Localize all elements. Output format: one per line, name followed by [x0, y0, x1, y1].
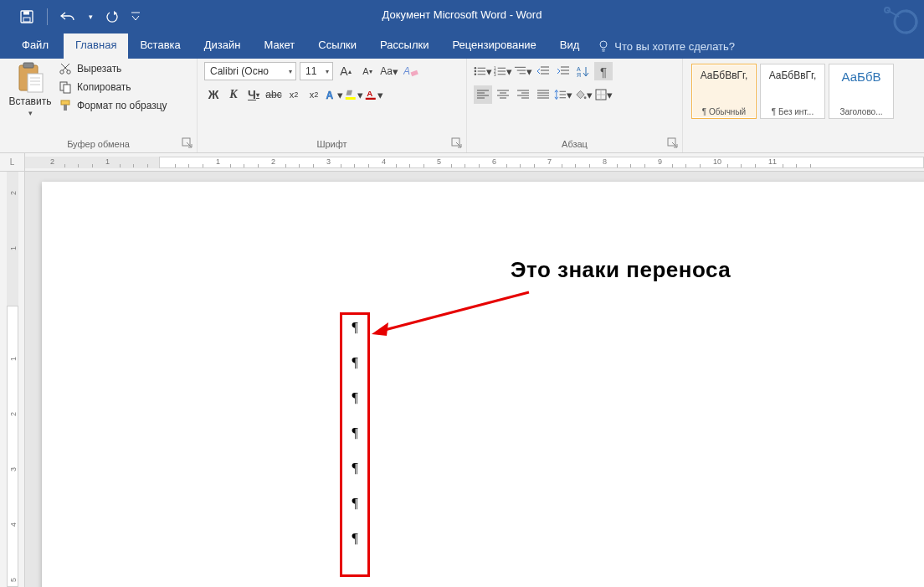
tab-design[interactable]: Дизайн: [192, 33, 253, 59]
ruler-number: 2: [271, 157, 275, 166]
strikethrough-button[interactable]: abc: [264, 85, 283, 104]
ribbon-tabs: Файл Главная Вставка Дизайн Макет Ссылки…: [0, 33, 924, 59]
brush-icon: [59, 99, 72, 112]
svg-rect-22: [61, 100, 69, 105]
tell-me[interactable]: Что вы хотите сделать?: [598, 33, 735, 59]
style-no-spacing[interactable]: АаБбВвГг, ¶ Без инт...: [760, 64, 825, 119]
line-spacing-button[interactable]: ▾: [554, 85, 572, 104]
undo-menu[interactable]: ▾: [85, 5, 96, 28]
paste-button[interactable]: Вставить ▾: [7, 62, 54, 117]
clear-formatting-button[interactable]: A: [402, 62, 420, 80]
group-label-styles: [690, 139, 917, 151]
save-button[interactable]: [15, 5, 38, 28]
ruler-number: 4: [9, 523, 18, 527]
numbering-icon: 123: [494, 65, 506, 77]
highlight-button[interactable]: ▾: [345, 85, 363, 104]
change-case-button[interactable]: Aa▾: [380, 62, 398, 80]
align-left-button[interactable]: [474, 85, 492, 104]
paste-label: Вставить: [9, 95, 52, 107]
group-label-clipboard: Буфер обмена: [7, 139, 190, 151]
tab-insert[interactable]: Вставка: [128, 33, 192, 59]
qat-customize[interactable]: [130, 5, 141, 28]
ruler-number: 1: [105, 157, 110, 166]
align-left-icon: [477, 90, 489, 100]
horizontal-ruler[interactable]: 211234567891011: [25, 153, 924, 172]
shading-button[interactable]: ▾: [574, 85, 593, 104]
decrease-indent-button[interactable]: [534, 62, 552, 80]
copy-button[interactable]: Копировать: [59, 80, 167, 94]
svg-line-18: [63, 64, 69, 70]
svg-text:A: A: [367, 89, 372, 98]
dialog-launcher-icon[interactable]: [667, 137, 679, 149]
workspace: L 211234567891011 2112345 ¶¶¶¶¶¶¶ Это зн…: [0, 153, 924, 587]
annotation-arrow-icon: [370, 289, 537, 339]
pilcrow-icon: ¶: [352, 461, 357, 476]
tab-mailings[interactable]: Рассылки: [368, 33, 440, 59]
ruler-number: 4: [382, 157, 386, 166]
font-color-button[interactable]: A▾: [365, 85, 383, 104]
style-normal[interactable]: АаБбВвГг, ¶ Обычный: [691, 64, 757, 119]
tab-file[interactable]: Файл: [7, 33, 64, 59]
font-color-icon: A: [365, 87, 377, 102]
multilevel-icon: [514, 65, 526, 77]
pilcrow-icon: ¶: [352, 355, 357, 370]
svg-rect-2: [23, 18, 30, 22]
pilcrow-icon: ¶: [352, 390, 357, 405]
scissors-icon: [59, 62, 72, 75]
ruler-number: 10: [713, 157, 721, 166]
font-name-combo[interactable]: Calibri (Осно▾: [204, 62, 296, 80]
italic-button[interactable]: К: [224, 85, 243, 104]
tab-layout[interactable]: Макет: [252, 33, 306, 59]
tab-view[interactable]: Вид: [548, 33, 592, 59]
tab-review[interactable]: Рецензирование: [440, 33, 547, 59]
sort-button[interactable]: AЯ: [574, 62, 593, 80]
dialog-launcher-icon[interactable]: [182, 137, 193, 149]
ruler-corner[interactable]: L: [0, 153, 25, 172]
undo-button[interactable]: [56, 5, 80, 28]
dialog-launcher-icon[interactable]: [451, 137, 463, 149]
increase-indent-button[interactable]: [554, 62, 572, 80]
lightbulb-icon: [598, 40, 609, 52]
justify-icon: [537, 90, 549, 100]
document-area[interactable]: ¶¶¶¶¶¶¶ Это знаки переноса: [25, 172, 924, 587]
numbering-button[interactable]: 123▾: [494, 62, 512, 80]
svg-line-19: [61, 64, 68, 70]
subscript-button[interactable]: x2: [285, 85, 303, 104]
svg-marker-80: [372, 322, 388, 336]
format-painter-button[interactable]: Формат по образцу: [59, 99, 167, 112]
pilcrow-icon: ¶: [352, 496, 357, 511]
font-size-combo[interactable]: 11▾: [300, 62, 333, 80]
ruler-number: 9: [658, 157, 662, 166]
svg-point-7: [600, 41, 607, 48]
sort-icon: AЯ: [577, 65, 590, 77]
redo-button[interactable]: [101, 5, 125, 28]
highlight-icon: [345, 87, 357, 102]
bold-button[interactable]: Ж: [204, 85, 223, 104]
tab-home[interactable]: Главная: [64, 33, 128, 59]
justify-button[interactable]: [534, 85, 552, 104]
shrink-font-button[interactable]: A▾: [358, 62, 377, 80]
group-label-font: Шрифт: [204, 139, 459, 151]
ruler-number: 5: [9, 578, 18, 582]
tab-references[interactable]: Ссылки: [306, 33, 368, 59]
styles-gallery[interactable]: АаБбВвГг, ¶ Обычный АаБбВвГг, ¶ Без инт.…: [690, 62, 917, 121]
bullets-icon: [474, 65, 486, 77]
multilevel-list-button[interactable]: ▾: [514, 62, 532, 80]
text-effects-button[interactable]: A▾: [325, 85, 343, 104]
align-right-button[interactable]: [514, 85, 532, 104]
svg-point-34: [475, 70, 476, 72]
copy-label: Копировать: [77, 81, 131, 93]
align-center-button[interactable]: [494, 85, 512, 104]
borders-icon: [595, 89, 607, 100]
show-marks-button[interactable]: ¶: [594, 62, 613, 80]
vertical-ruler[interactable]: 2112345: [0, 172, 25, 587]
bullets-button[interactable]: ▾: [474, 62, 492, 80]
ruler-number: 11: [768, 157, 777, 166]
cut-button[interactable]: Вырезать: [59, 62, 167, 75]
indent-icon: [557, 65, 570, 77]
grow-font-button[interactable]: A▴: [336, 62, 355, 80]
underline-button[interactable]: Ч▾: [244, 85, 263, 104]
style-heading1[interactable]: АаБбВ Заголово...: [829, 64, 894, 119]
superscript-button[interactable]: x2: [305, 85, 323, 104]
borders-button[interactable]: ▾: [594, 85, 613, 104]
